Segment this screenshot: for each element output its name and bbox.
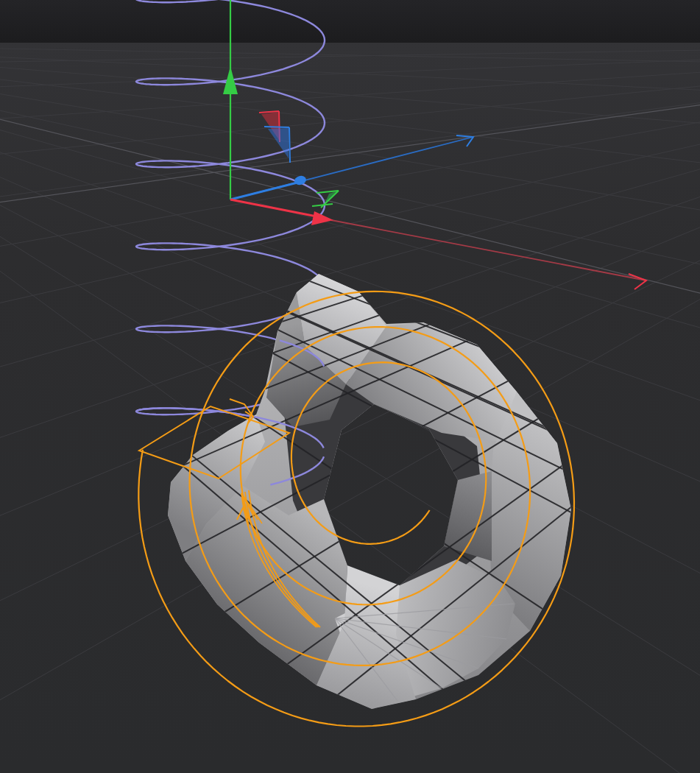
3d-viewport-svg[interactable] [0, 0, 700, 773]
viewport-canvas[interactable] [0, 0, 700, 773]
